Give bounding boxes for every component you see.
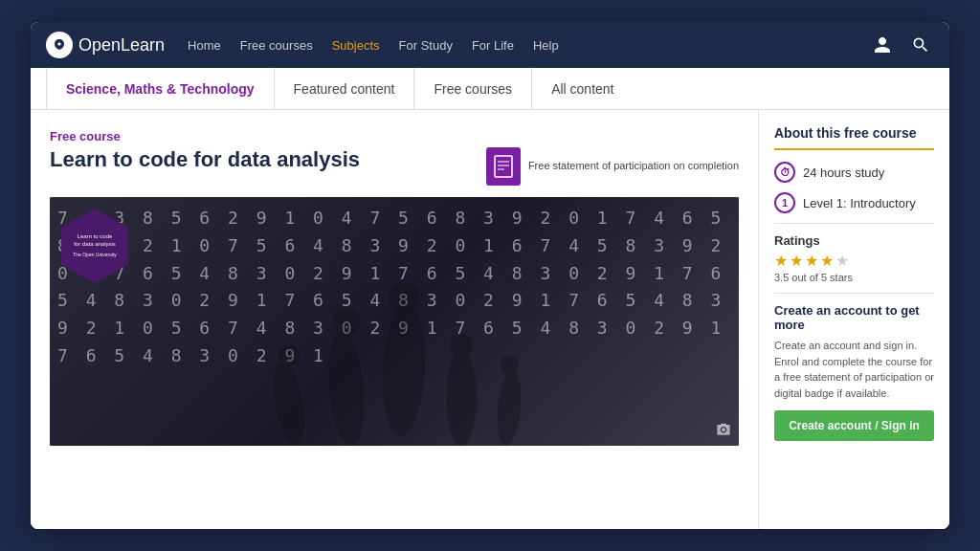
nav-for-life[interactable]: For Life	[472, 38, 514, 53]
search-icon[interactable]	[907, 32, 934, 58]
course-title: Learn to code for data analysis	[50, 147, 471, 172]
nav-help[interactable]: Help	[533, 38, 559, 53]
account-section: Create an account to get more Create an …	[774, 303, 934, 441]
badge-line2: for data analysis	[73, 241, 117, 249]
sub-nav-free-courses[interactable]: Free courses	[414, 68, 532, 110]
nav-logo[interactable]: OpenLearn	[46, 32, 165, 58]
svg-point-10	[268, 358, 309, 446]
nav-free-courses[interactable]: Free courses	[240, 38, 313, 53]
svg-point-5	[333, 308, 360, 335]
svg-point-9	[450, 334, 473, 357]
sub-nav: Science, Maths & Technology Featured con…	[31, 68, 949, 110]
logo-text: OpenLearn	[78, 35, 165, 55]
star-1: ★	[774, 252, 788, 270]
divider-2	[774, 293, 934, 294]
star-3: ★	[805, 252, 818, 270]
level-label: Level 1: Introductory	[803, 196, 916, 210]
nav-subjects[interactable]: Subjects	[332, 38, 380, 53]
account-desc: Create an account and sign in. Enrol and…	[774, 338, 934, 401]
course-section: Free course Learn to code for data analy…	[31, 110, 758, 529]
sidebar-title: About this free course	[774, 125, 934, 150]
svg-point-7	[389, 282, 419, 313]
rating-text: 3.5 out of 5 stars	[774, 272, 934, 283]
user-icon[interactable]	[869, 32, 896, 58]
sub-nav-featured[interactable]: Featured content	[275, 68, 415, 110]
course-image: 7 6 3 8 5 6 2 9 1 0 4 7 5 6 8 3 9 2 0 1 …	[50, 197, 739, 446]
openlearn-logo-icon	[46, 32, 73, 58]
stars: ★ ★ ★ ★ ★	[774, 252, 934, 270]
svg-point-13	[500, 355, 519, 374]
badge-hex: Learn to code for data analysis The Open…	[61, 209, 128, 283]
nav-links: Home Free courses Subjects For Study For…	[188, 38, 869, 53]
logo-open: Open	[78, 35, 121, 55]
svg-rect-0	[495, 156, 512, 177]
sidebar: About this free course ⏱ 24 hours study …	[758, 110, 949, 529]
svg-point-6	[379, 301, 428, 437]
create-account-button[interactable]: Create account / Sign in	[774, 410, 934, 441]
star-5: ★	[835, 252, 849, 270]
clock-icon: ⏱	[774, 162, 795, 183]
ratings-label: Ratings	[774, 233, 934, 248]
svg-point-11	[278, 344, 300, 365]
sub-nav-science[interactable]: Science, Maths & Technology	[46, 68, 275, 110]
main-content: Free course Learn to code for data analy…	[31, 110, 949, 529]
nav-for-study[interactable]: For Study	[399, 38, 453, 53]
photo-icon	[716, 422, 731, 438]
divider-1	[774, 223, 934, 224]
nav-home[interactable]: Home	[188, 38, 221, 53]
study-hours-label: 24 hours study	[803, 165, 884, 180]
cert-icon	[486, 147, 521, 186]
cert-badge: Free statement of participation on compl…	[486, 147, 739, 186]
badge-text: Learn to code for data analysis The Open…	[67, 233, 122, 257]
course-image-bg: 7 6 3 8 5 6 2 9 1 0 4 7 5 6 8 3 9 2 0 1 …	[50, 197, 739, 446]
star-4: ★	[820, 252, 834, 270]
svg-point-12	[495, 368, 524, 446]
nav-icons	[869, 32, 934, 58]
star-2: ★	[790, 252, 803, 270]
account-title: Create an account to get more	[774, 303, 934, 332]
ratings-section: Ratings ★ ★ ★ ★ ★ 3.5 out of 5 stars	[774, 233, 934, 283]
course-badge: Learn to code for data analysis The Open…	[61, 209, 128, 283]
free-course-label: Free course	[50, 129, 739, 143]
sub-nav-all-content[interactable]: All content	[532, 68, 633, 110]
level-icon: 1	[774, 192, 795, 213]
cert-text: Free statement of participation on compl…	[528, 159, 739, 173]
level-item: 1 Level 1: Introductory	[774, 192, 934, 213]
badge-line3: The Open University	[73, 252, 117, 258]
svg-point-8	[446, 350, 477, 446]
nav-bar: OpenLearn Home Free courses Subjects For…	[31, 22, 949, 68]
badge-line1: Learn to code	[73, 233, 117, 241]
svg-point-4	[324, 330, 368, 446]
course-title-row: Learn to code for data analysis Free sta…	[50, 147, 739, 186]
browser-window: OpenLearn Home Free courses Subjects For…	[31, 22, 949, 529]
study-hours-item: ⏱ 24 hours study	[774, 162, 934, 183]
logo-learn: Learn	[121, 35, 165, 55]
